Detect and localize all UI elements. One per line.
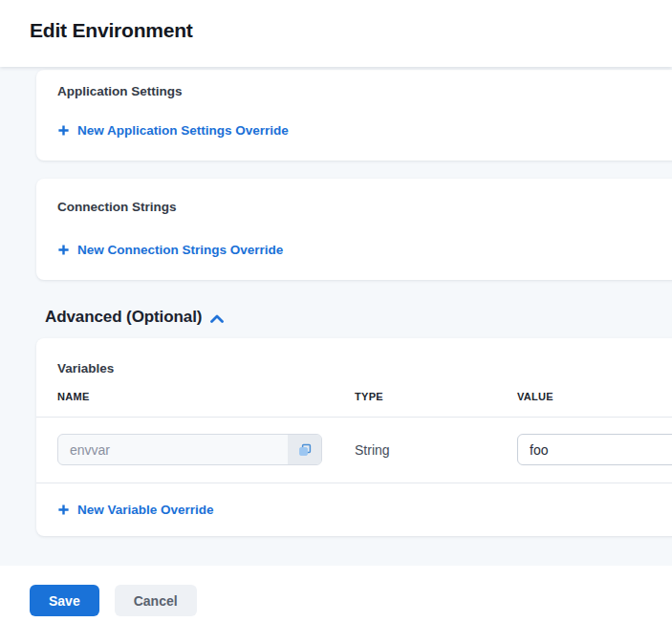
variable-name-input[interactable] (58, 435, 288, 464)
variable-name-input-group (57, 434, 322, 465)
advanced-section-label: Advanced (Optional) (45, 308, 202, 327)
edit-environment-page: Edit Environment Application Settings Ne… (0, 0, 672, 622)
variable-value-cell (517, 434, 672, 465)
column-header-name: NAME (57, 391, 355, 402)
application-settings-card: Application Settings New Application Set… (36, 70, 672, 161)
page-title: Edit Environment (0, 0, 672, 42)
new-connection-strings-override-link[interactable]: New Connection Strings Override (57, 243, 283, 257)
new-variable-override-link[interactable]: New Variable Override (57, 503, 214, 517)
plus-icon (57, 244, 70, 256)
variables-link-row: New Variable Override (36, 483, 672, 520)
variable-name-cell (57, 434, 355, 465)
content-area: Application Settings New Application Set… (0, 67, 672, 566)
variables-card: Variables NAME TYPE VALUE (36, 338, 672, 536)
page-header: Edit Environment (0, 0, 672, 67)
plus-icon (57, 124, 70, 137)
plus-icon (57, 504, 70, 516)
footer-actions: Save Cancel (0, 566, 672, 622)
column-header-type: TYPE (355, 391, 517, 402)
variables-table-header: NAME TYPE VALUE (36, 391, 672, 418)
variable-type-cell: String (355, 442, 517, 458)
copy-button[interactable] (288, 435, 321, 464)
variable-value-input[interactable] (517, 434, 672, 465)
connection-strings-title: Connection Strings (57, 200, 661, 214)
copy-icon (298, 443, 312, 457)
save-button[interactable]: Save (30, 585, 99, 616)
new-variable-override-label: New Variable Override (77, 503, 214, 517)
new-application-settings-override-label: New Application Settings Override (77, 123, 289, 138)
application-settings-title: Application Settings (57, 84, 661, 98)
variables-title: Variables (36, 338, 672, 375)
cancel-button[interactable]: Cancel (115, 585, 197, 616)
new-connection-strings-override-label: New Connection Strings Override (77, 243, 283, 257)
chevron-up-icon (210, 314, 224, 323)
variable-row: String (36, 418, 672, 483)
connection-strings-card: Connection Strings New Connection String… (36, 179, 672, 280)
new-application-settings-override-link[interactable]: New Application Settings Override (57, 123, 289, 138)
advanced-section-toggle[interactable]: Advanced (Optional) (45, 308, 224, 327)
column-header-value: VALUE (517, 391, 672, 402)
